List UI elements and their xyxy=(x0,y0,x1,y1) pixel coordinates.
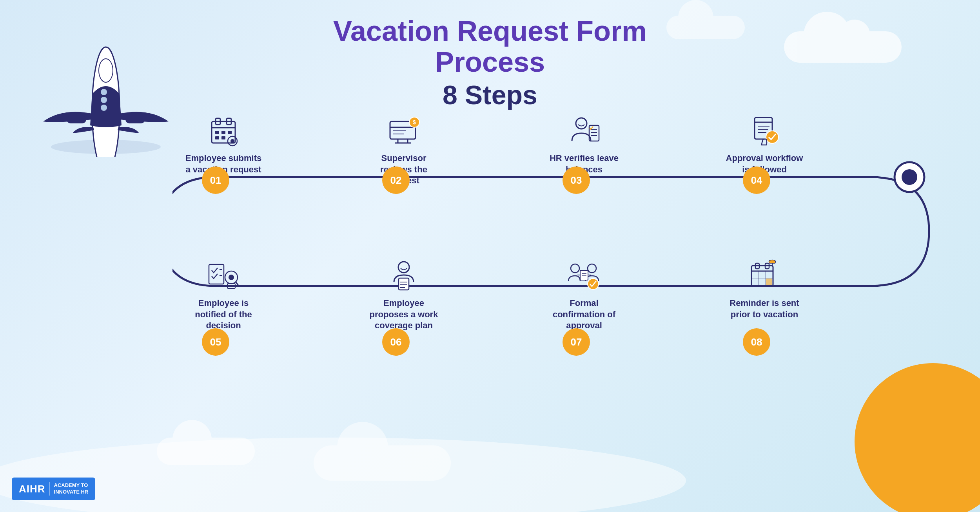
step-04-container: Approval workflow is followed xyxy=(725,114,804,175)
svg-rect-70 xyxy=(766,279,772,285)
step-06-number: 06 xyxy=(382,328,410,356)
page-title-line1: Vacation Request Form Process xyxy=(314,16,666,78)
airplane-illustration xyxy=(31,31,180,157)
svg-point-32 xyxy=(576,118,587,129)
svg-point-61 xyxy=(588,279,599,289)
title-area: Vacation Request Form Process 8 Steps xyxy=(314,16,666,110)
svg-rect-17 xyxy=(221,131,225,134)
svg-point-56 xyxy=(571,264,579,273)
step-08-label: Reminder is sent prior to vacation xyxy=(725,298,804,320)
svg-rect-7 xyxy=(125,116,145,123)
step-01-container: Employee submits a vacation request xyxy=(184,114,263,175)
step-06-container: Employee proposes a work coverage plan xyxy=(365,259,443,331)
svg-point-50 xyxy=(230,285,232,287)
svg-rect-43 xyxy=(209,264,224,284)
svg-point-2 xyxy=(101,97,107,103)
svg-point-22 xyxy=(230,139,234,143)
step-07-container: Formal confirmation of approval xyxy=(545,259,623,331)
aihr-logo: AIHR ACADEMY TOINNOVATE HR xyxy=(12,478,95,500)
svg-rect-19 xyxy=(215,136,219,139)
svg-rect-20 xyxy=(221,136,225,139)
step-03-number: 03 xyxy=(563,166,590,194)
svg-text:$: $ xyxy=(413,119,416,125)
step-06-label: Employee proposes a work coverage plan xyxy=(365,298,443,331)
svg-rect-16 xyxy=(215,131,219,134)
svg-point-57 xyxy=(588,264,596,273)
aihr-brand-text: AIHR xyxy=(19,483,45,495)
step-05-label: Employee is notified of the decision xyxy=(184,298,263,331)
svg-rect-18 xyxy=(228,131,232,134)
svg-point-5 xyxy=(99,59,113,82)
flow-diagram: Employee submits a vacation request 01 $… xyxy=(172,110,949,376)
step-05-number: 05 xyxy=(202,328,229,356)
svg-rect-6 xyxy=(67,116,86,123)
svg-rect-52 xyxy=(399,278,409,290)
step-08-number: 08 xyxy=(743,328,770,356)
cloud-decoration-2 xyxy=(666,16,745,39)
step-01-number: 01 xyxy=(202,166,229,194)
svg-point-47 xyxy=(229,275,234,280)
bottom-cloud xyxy=(0,438,686,512)
step-07-label: Formal confirmation of approval xyxy=(545,298,623,331)
svg-rect-58 xyxy=(580,270,588,280)
step-08-container: Reminder is sent prior to vacation xyxy=(725,259,804,320)
svg-point-51 xyxy=(398,262,409,273)
step-03-container: HR verifies leave balances xyxy=(545,114,623,175)
sun-arc-decoration xyxy=(855,363,980,512)
step-02-number: 02 xyxy=(382,166,410,194)
aihr-tagline: ACADEMY TOINNOVATE HR xyxy=(49,482,89,496)
step-05-container: Employee is notified of the decision xyxy=(184,259,263,331)
page-title-line2: 8 Steps xyxy=(314,80,666,110)
svg-point-11 xyxy=(902,169,917,185)
step-07-number: 07 xyxy=(563,328,590,356)
cloud-decoration-1 xyxy=(784,31,902,63)
svg-point-42 xyxy=(766,131,779,143)
step-04-number: 04 xyxy=(743,166,770,194)
svg-point-4 xyxy=(101,105,107,111)
svg-line-48 xyxy=(236,282,239,286)
svg-point-3 xyxy=(101,89,107,95)
